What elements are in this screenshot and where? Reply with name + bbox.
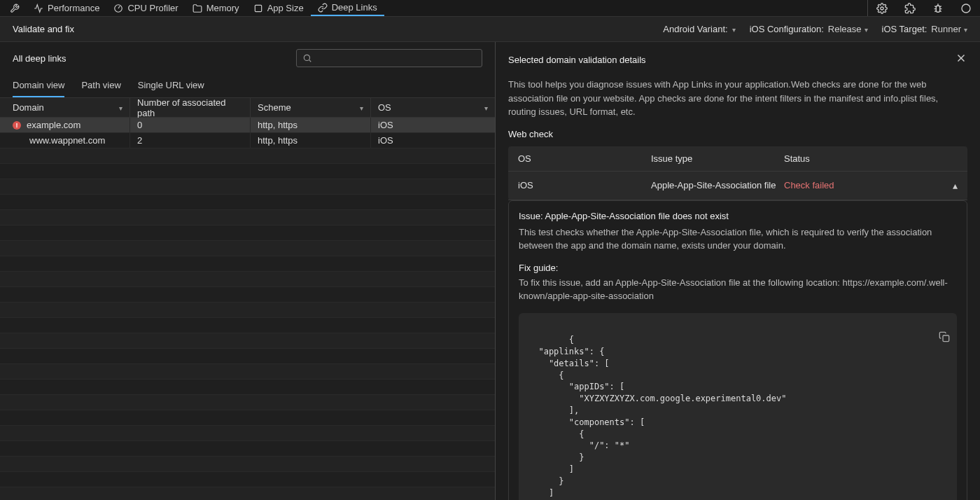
sub-toolbar: Validate and fix Android Variant: iOS Co… [0, 17, 980, 42]
bug-button[interactable] [924, 0, 952, 16]
chevron-down-icon [964, 24, 967, 34]
tool-item-appsize[interactable]: App Size [246, 0, 311, 16]
col-paths[interactable]: Number of associated path [130, 98, 251, 117]
chevron-up-icon [953, 181, 958, 191]
extensions-button[interactable] [896, 0, 924, 16]
tool-label: Memory [206, 3, 239, 13]
android-variant-dropdown[interactable] [732, 24, 736, 34]
page-title: Validate and fix [13, 24, 74, 34]
pulse-icon [34, 4, 43, 13]
web-check-title: Web check [496, 129, 980, 146]
right-panel: Selected domain validation details This … [496, 42, 980, 500]
col-domain[interactable]: Domain [0, 98, 130, 117]
col-os[interactable]: OS [371, 98, 495, 117]
expand-button[interactable] [953, 180, 958, 191]
issue-description: This test checks whether the Apple-App-S… [519, 225, 957, 253]
ios-target-label: iOS Target: [882, 24, 927, 34]
tab-path-view[interactable]: Path view [81, 74, 120, 97]
svg-point-5 [304, 55, 309, 60]
tool-label: App Size [267, 3, 304, 13]
svg-rect-9 [943, 335, 949, 342]
check-col-type: Issue type [651, 153, 784, 164]
tool-item-memory[interactable]: Memory [186, 0, 246, 16]
svg-point-4 [962, 4, 970, 13]
issue-title: Issue: Apple-App-Site-Association file d… [519, 211, 957, 221]
gauge-icon [113, 4, 123, 13]
search-input[interactable] [316, 53, 476, 64]
svg-rect-3 [936, 6, 939, 12]
gear-icon [876, 3, 888, 14]
android-variant-label: Android Variant: [663, 24, 727, 34]
puzzle-icon [904, 3, 916, 14]
tool-item-deeplinks[interactable]: Deep Links [311, 0, 384, 16]
more-icon [960, 3, 972, 14]
error-icon: ! [13, 121, 21, 130]
folder-icon [192, 4, 202, 13]
settings-button[interactable] [868, 0, 896, 16]
table-body: !example.com 0 http, https iOS www.wappn… [0, 118, 495, 500]
tool-label: Performance [48, 3, 99, 13]
check-row[interactable]: iOS Apple-App-Site-Association file Chec… [508, 172, 967, 200]
table-row[interactable]: www.wappnet.com 2 http, https iOS [0, 133, 495, 148]
left-panel-title: All deep links [13, 53, 66, 64]
chevron-down-icon [732, 24, 736, 34]
check-col-os: OS [518, 153, 651, 164]
link-icon [318, 3, 328, 13]
tool-item-performance[interactable]: Performance [27, 0, 106, 16]
copy-icon [939, 335, 950, 345]
details-title: Selected domain validation details [508, 55, 646, 65]
table-row[interactable]: !example.com 0 http, https iOS [0, 118, 495, 133]
check-detail: Issue: Apple-App-Site-Association file d… [508, 200, 967, 501]
more-button[interactable] [952, 0, 980, 16]
col-scheme[interactable]: Scheme [251, 98, 371, 117]
left-panel: All deep links Domain view Path view Sin… [0, 42, 496, 500]
ios-config-dropdown[interactable]: Release [828, 24, 868, 34]
top-toolbar: Performance CPU Profiler Memory App Size… [0, 0, 980, 17]
chevron-down-icon [864, 24, 868, 34]
tool-label: Deep Links [332, 2, 377, 13]
close-icon [955, 53, 967, 67]
svg-rect-1 [255, 5, 261, 11]
copy-button[interactable] [888, 320, 950, 358]
fix-guide-label: Fix guide: [519, 263, 957, 273]
wrench-icon [10, 4, 20, 13]
tab-single-url-view[interactable]: Single URL view [138, 74, 204, 97]
fix-guide-text: To fix this issue, add an Apple-App-Site… [519, 276, 957, 303]
svg-line-6 [309, 60, 312, 62]
search-input-container[interactable] [296, 49, 482, 67]
tab-domain-view[interactable]: Domain view [13, 74, 64, 97]
code-block: { "applinks": { "details": [ { "appIDs":… [519, 313, 957, 501]
tool-item-wrench[interactable] [3, 0, 27, 16]
package-icon [253, 4, 263, 13]
close-button[interactable] [955, 52, 967, 68]
view-tabs: Domain view Path view Single URL view [0, 74, 495, 98]
bug-icon [932, 3, 944, 14]
status-failed: Check failed [784, 180, 834, 190]
table-header: Domain Number of associated path Scheme … [0, 98, 495, 118]
ios-config-label: iOS Configuration: [750, 24, 824, 34]
ios-target-dropdown[interactable]: Runner [931, 24, 967, 34]
chevron-down-icon [360, 102, 363, 113]
search-icon [302, 53, 312, 63]
check-table: OS Issue type Status iOS Apple-App-Site-… [508, 146, 967, 200]
check-table-header: OS Issue type Status [508, 146, 967, 172]
tool-label: CPU Profiler [127, 3, 178, 13]
details-description: This tool helps you diagnose issues with… [496, 78, 980, 129]
chevron-down-icon [484, 102, 488, 113]
svg-point-2 [881, 7, 883, 10]
tool-item-cpu[interactable]: CPU Profiler [106, 0, 185, 16]
check-col-status: Status [784, 153, 958, 164]
chevron-down-icon [119, 102, 122, 113]
